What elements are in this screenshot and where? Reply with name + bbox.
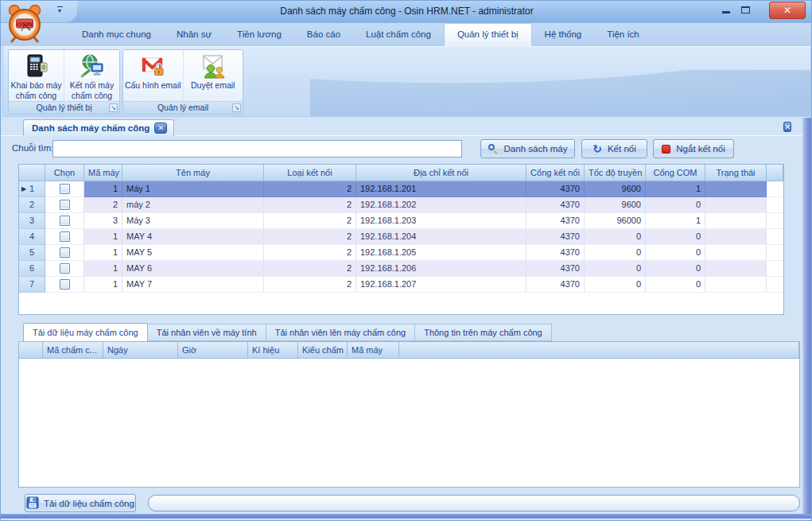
checkbox-cell	[45, 181, 84, 197]
column-header-toc_do[interactable]: Tốc độ truyền	[585, 165, 646, 181]
close-icon[interactable]: ✕	[783, 122, 791, 132]
cell-dia_chi: 192.168.1.207	[356, 277, 526, 293]
cell-ma_may: 1	[84, 277, 122, 293]
row-checkbox[interactable]	[60, 247, 70, 258]
table-row[interactable]: 1▶1Máy 12192.168.1.201437096001	[19, 181, 783, 197]
row-checkbox[interactable]	[60, 231, 70, 242]
menu-tab-báo-cáo[interactable]: Báo cáo	[294, 23, 353, 46]
magnifier-icon	[488, 144, 499, 154]
detail-tab-thông-tin-trên-máy-chấm-công[interactable]: Thông tin trên máy chấm công	[415, 324, 552, 341]
configure-email-button[interactable]: Cấu hình email	[123, 50, 183, 101]
dialog-launcher-icon[interactable]: ↘	[232, 103, 241, 112]
machine-list-button[interactable]: Danh sách máy	[480, 139, 575, 158]
column-header-ten_may[interactable]: Tên máy	[122, 165, 264, 181]
row-header[interactable]: 1▶	[19, 181, 45, 197]
cell-trang_thai	[705, 245, 767, 261]
menu-tab-tiện-ích[interactable]: Tiện ích	[594, 23, 651, 46]
column-header-chon[interactable]: Chọn	[45, 165, 84, 181]
connect-button[interactable]: ↻ Kết nối	[581, 139, 647, 158]
table-row[interactable]: 22máy 22192.168.1.202437096000	[19, 197, 783, 213]
detail-grid-header-row: Mã chấm c...NgàyGiờKí hiệuKiểu chấmMã má…	[19, 342, 799, 359]
cell-filler	[767, 213, 783, 229]
column-header-cong_com[interactable]: Cổng COM	[646, 165, 705, 181]
cell-cong_ket_noi: 4370	[526, 197, 585, 213]
column-header-trang_thai[interactable]: Trạng thái	[705, 165, 767, 181]
red-stop-icon	[662, 145, 670, 154]
column-header-ma_may[interactable]: Mã máy	[84, 165, 122, 181]
menu-tab-danh-mục-chung[interactable]: Danh mục chung	[69, 23, 164, 46]
cell-filler	[767, 229, 783, 245]
ribbon-group-email: Cấu hình email Duyệt email	[122, 49, 243, 115]
row-indicator-header	[19, 165, 45, 181]
column-header-cong_ket_noi[interactable]: Cổng kết nối	[526, 165, 585, 181]
detail-tab-bar: Tải dữ liệu máy chấm côngTải nhân viên v…	[23, 323, 552, 341]
document-area-close[interactable]: ✕	[783, 121, 800, 134]
ribbon-tab-bar: Danh mục chungNhân sựTiền lươngBáo cáoLu…	[1, 23, 812, 46]
menu-tab-hệ-thống[interactable]: Hệ thống	[532, 23, 595, 46]
search-toolbar: Chuỗi tìm: Danh sách máy ↻ Kết nối Ngắt …	[1, 137, 802, 161]
tab-close-icon[interactable]: ✕	[154, 122, 167, 134]
detail-row-indicator-header	[19, 342, 43, 359]
panel-bottom-border	[1, 514, 812, 519]
detail-tab-tải-nhân-viên-lên-máy-chấm-công[interactable]: Tải nhân viên lên máy chấm công	[266, 324, 415, 341]
cell-ma_may: 1	[84, 229, 122, 245]
dialog-launcher-icon[interactable]: ↘	[109, 103, 118, 112]
disconnect-button[interactable]: Ngắt kết nối	[653, 139, 734, 158]
cell-dia_chi: 192.168.1.201	[356, 181, 526, 197]
row-checkbox[interactable]	[60, 216, 70, 226]
browse-email-button[interactable]: Duyệt email	[183, 50, 243, 101]
cell-toc_do: 9600	[585, 181, 646, 197]
window-title: Danh sách máy chấm công - Osin HRM.NET -…	[1, 6, 812, 17]
search-label: Chuỗi tìm:	[12, 143, 53, 153]
detail-column-header[interactable]: Kí hiệu	[248, 342, 298, 359]
ribbon-button-label: Kết nối máy chấm công	[64, 80, 119, 101]
document-tab[interactable]: Danh sách máy chấm công ✕	[23, 119, 174, 136]
cell-toc_do: 0	[585, 229, 646, 245]
row-header[interactable]: 7	[19, 277, 45, 293]
row-header[interactable]: 6	[19, 261, 45, 277]
row-checkbox[interactable]	[60, 279, 70, 290]
row-header[interactable]: 3	[19, 213, 45, 229]
detail-tab-tải-nhân-viên-về-máy-tính[interactable]: Tải nhân viên về máy tính	[148, 324, 266, 341]
table-row[interactable]: 33Máy 32192.168.1.2034370960001	[19, 213, 783, 229]
minimize-button[interactable]	[719, 5, 733, 16]
cell-cong_ket_noi: 4370	[526, 277, 585, 293]
cell-cong_com: 0	[646, 245, 705, 261]
checkbox-cell	[45, 197, 84, 213]
column-header-loai_ket_noi[interactable]: Loại kết nối	[264, 165, 356, 181]
table-row[interactable]: 71MAY 72192.168.1.207437000	[19, 277, 783, 293]
cell-ma_may: 1	[84, 181, 122, 197]
search-input[interactable]	[52, 140, 462, 157]
detail-column-header[interactable]: Giờ	[178, 342, 248, 359]
table-row[interactable]: 61MAY 62192.168.1.206437000	[19, 261, 783, 277]
ribbon: Khai báo máy chấm công	[2, 46, 811, 117]
cell-ma_may: 3	[84, 213, 122, 229]
button-label: Tải dữ liệu chấm công	[44, 499, 134, 508]
menu-tab-quản-lý-thiết-bị[interactable]: Quản lý thiết bị	[444, 23, 532, 46]
menu-tab-tiền-lương[interactable]: Tiền lương	[224, 23, 294, 46]
row-header[interactable]: 2	[19, 197, 45, 213]
row-checkbox[interactable]	[60, 184, 70, 194]
table-row[interactable]: 41MAY 42192.168.1.204437000	[19, 229, 783, 245]
cell-cong_ket_noi: 4370	[526, 261, 585, 277]
app-logo-clock-icon[interactable]: OSIN	[6, 3, 44, 44]
cell-dia_chi: 192.168.1.203	[356, 213, 526, 229]
row-header[interactable]: 5	[19, 245, 45, 261]
column-header-dia_chi[interactable]: Địa chỉ kết nối	[356, 165, 526, 181]
menu-tab-luật-chấm-công[interactable]: Luật chấm công	[353, 23, 444, 46]
menu-tab-nhân-sự[interactable]: Nhân sự	[164, 23, 224, 46]
detail-column-header[interactable]: Kiểu chấm	[298, 342, 348, 359]
detail-column-header[interactable]: Mã máy	[348, 342, 399, 359]
detail-column-header[interactable]: Mã chấm c...	[43, 342, 103, 359]
table-row[interactable]: 51MAY 52192.168.1.205437000	[19, 245, 783, 261]
row-checkbox[interactable]	[60, 263, 70, 274]
detail-column-header[interactable]: Ngày	[103, 342, 178, 359]
detail-tab-tải-dữ-liệu-máy-chấm-công[interactable]: Tải dữ liệu máy chấm công	[23, 323, 148, 341]
row-checkbox[interactable]	[60, 200, 70, 210]
maximize-button[interactable]	[739, 5, 752, 16]
declare-machine-button[interactable]: Khai báo máy chấm công	[9, 50, 64, 101]
row-header[interactable]: 4	[19, 229, 45, 245]
download-attendance-button[interactable]: Tải dữ liệu chấm công	[25, 494, 136, 512]
connect-machine-button[interactable]: Kết nối máy chấm công	[64, 50, 119, 101]
close-button[interactable]: ✕	[769, 2, 806, 19]
